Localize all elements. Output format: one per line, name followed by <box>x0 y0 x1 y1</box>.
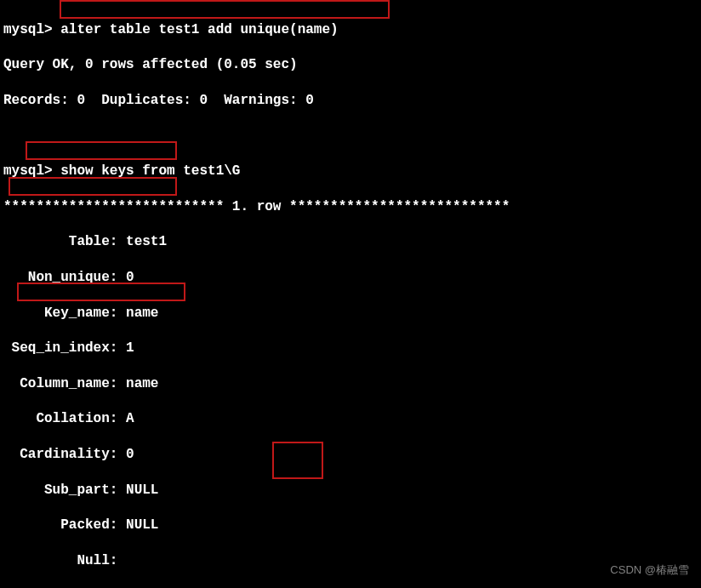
showkeys-command: show keys from test1\G <box>60 163 240 179</box>
key-null: Null: <box>3 552 698 570</box>
key-keyname: Key_name: name <box>3 305 698 323</box>
key-cardinality: Cardinality: 0 <box>3 446 698 464</box>
query-ok-line: Query OK, 0 rows affected (0.05 sec) <box>3 56 698 74</box>
records-line: Records: 0 Duplicates: 0 Warnings: 0 <box>3 92 698 110</box>
mysql-prompt: mysql> <box>3 22 53 37</box>
mysql-prompt: mysql> <box>3 163 53 179</box>
key-seqinindex: Seq_in_index: 1 <box>3 340 698 357</box>
alter-command: alter table test1 add unique(name) <box>60 22 338 37</box>
row-header: *************************** 1. row *****… <box>3 198 698 216</box>
key-subpart: Sub_part: NULL <box>3 482 698 500</box>
key-columnname: Column_name: name <box>3 375 698 393</box>
key-packed: Packed: NULL <box>3 517 698 534</box>
key-nonunique: Non_unique: 0 <box>3 269 698 287</box>
key-collation: Collation: A <box>3 410 698 428</box>
terminal-output: mysql> alter table test1 add unique(name… <box>3 3 698 588</box>
key-table: Table: test1 <box>3 233 698 251</box>
watermark: CSDN @椿融雪 <box>610 563 689 578</box>
